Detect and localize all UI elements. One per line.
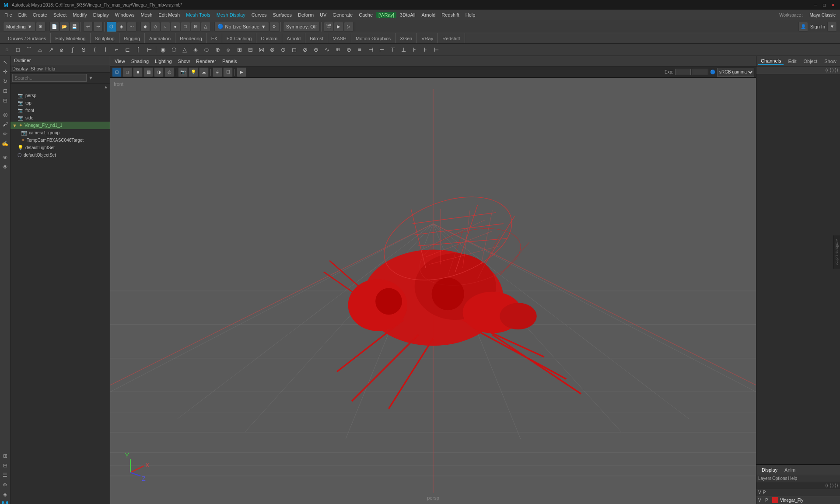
layer-next-btn[interactable]: ⟩⟩	[835, 483, 838, 488]
surface-tool-8[interactable]: ⊞	[234, 45, 245, 55]
menu-modify[interactable]: Modify	[70, 11, 89, 18]
curve-tool-1[interactable]: ○	[2, 45, 12, 55]
surface-tool-9[interactable]: ⊟	[245, 45, 256, 55]
tab-channels[interactable]: Channels	[758, 57, 784, 65]
close-btn[interactable]: ✕	[830, 1, 836, 8]
gamma-input[interactable]: 1.00	[693, 69, 708, 75]
menu-windows[interactable]: Windows	[112, 11, 137, 18]
tree-item-default-light[interactable]: 💡 defaultLightSet	[10, 144, 110, 151]
surface-tool-3[interactable]: △	[179, 45, 190, 55]
snap-edge-btn[interactable]: ⊟	[191, 22, 200, 32]
vp-wireframe-btn[interactable]: □	[122, 67, 132, 77]
curve-tool-11[interactable]: ⌐	[111, 45, 122, 55]
curve-tool-8[interactable]: S	[78, 45, 89, 55]
surface-tool-7[interactable]: ⌾	[223, 45, 234, 55]
tab-fx[interactable]: FX	[207, 33, 222, 43]
snap-live-btn[interactable]: ●	[171, 22, 180, 32]
tab-rigging[interactable]: Rigging	[119, 33, 145, 43]
vp-hud-btn[interactable]: ☐	[223, 67, 233, 77]
vp-solid-btn[interactable]: ■	[133, 67, 143, 77]
last-tool-btn[interactable]: ⊟	[1, 96, 10, 105]
tab-rendering[interactable]: Rendering	[175, 33, 207, 43]
curve-tool-6[interactable]: ⌀	[56, 45, 67, 55]
menu-vray[interactable]: [V-Ray]	[376, 12, 396, 18]
menu-create[interactable]: Create	[30, 11, 50, 18]
layer-prev-btn[interactable]: ⟨⟨	[825, 483, 829, 488]
vp-smooth-btn[interactable]: ◑	[154, 67, 164, 77]
tab-xgen[interactable]: XGen	[396, 33, 417, 43]
vp-menu-renderer[interactable]: Renderer	[193, 58, 219, 65]
curve-tool-3[interactable]: ⌒	[24, 45, 34, 55]
curve-tool-10[interactable]: ⌇	[100, 45, 111, 55]
snap-view-btn[interactable]: □	[181, 22, 190, 32]
surface-tool-10[interactable]: ⋈	[256, 45, 266, 55]
select-by-object-btn[interactable]: ◈	[117, 22, 126, 32]
layer-p-check[interactable]: P	[765, 498, 770, 503]
new-scene-btn[interactable]: 📄	[49, 22, 59, 32]
surface-tool-12[interactable]: ⊙	[278, 45, 288, 55]
vp-menu-view[interactable]: View	[112, 58, 128, 65]
save-scene-btn[interactable]: 💾	[70, 22, 79, 32]
outliner-search-input[interactable]	[12, 74, 87, 82]
tree-item-persp[interactable]: 📷 persp	[10, 92, 110, 99]
layer-v-check[interactable]: V	[758, 498, 763, 503]
surface-tool-4[interactable]: ◈	[190, 45, 201, 55]
snap-surface-btn[interactable]: ○	[161, 22, 170, 32]
tree-item-side[interactable]: 📷 side	[10, 114, 110, 122]
vp-isolate-btn[interactable]: ◎	[164, 67, 174, 77]
curve-tool-9[interactable]: ⟨	[89, 45, 100, 55]
live-surface-options-btn[interactable]: ⚙	[270, 22, 279, 32]
soft-select-btn[interactable]: ◎	[1, 110, 10, 119]
tree-item-front[interactable]: 📷 front	[10, 107, 110, 114]
menu-3dtoall[interactable]: 3DtoAll	[397, 11, 418, 18]
layer-back-btn[interactable]: ⟨	[830, 483, 831, 488]
surface-tool-2[interactable]: ⬡	[168, 45, 179, 55]
sign-in-label[interactable]: Sign In	[808, 24, 827, 29]
layer-tab-help[interactable]: Help	[788, 476, 797, 481]
tree-item-camera-group[interactable]: 📷 camera1_group	[10, 129, 110, 136]
workspace-value[interactable]: Maya Classic	[807, 12, 838, 18]
paint-btn[interactable]: 🖌	[1, 120, 10, 129]
tool-settings-btn[interactable]: ⚙	[1, 480, 10, 489]
menu-redshift[interactable]: Redshift	[439, 11, 462, 18]
vp-shadow-btn[interactable]: ☁	[199, 67, 209, 77]
snap-point-btn[interactable]: ◆	[140, 22, 150, 32]
vp-textured-btn[interactable]: ▩	[144, 67, 153, 77]
show-btn[interactable]: 👁	[1, 163, 10, 172]
tab-poly-modeling[interactable]: Poly Modeling	[51, 33, 90, 43]
surface-tool-20[interactable]: ⊣	[365, 45, 376, 55]
tab-bifrost[interactable]: Bifrost	[305, 33, 328, 43]
menu-help[interactable]: Help	[463, 11, 478, 18]
channel-icon-2[interactable]: ⟨	[830, 67, 831, 73]
surface-tool-13[interactable]: ◻	[289, 45, 299, 55]
surface-tool-16[interactable]: ∿	[322, 45, 332, 55]
snap-face-btn[interactable]: △	[201, 22, 210, 32]
tab-curves-surfaces[interactable]: Curves / Surfaces	[4, 33, 51, 43]
outliner-show-menu[interactable]: Show	[31, 66, 43, 71]
menu-file[interactable]: File	[2, 11, 15, 18]
surface-tool-21[interactable]: ⊢	[376, 45, 387, 55]
tree-item-vinegar-fly[interactable]: ▼ ✦ Vinegar_Fly_nd1_1	[10, 122, 110, 129]
scale-tool-btn[interactable]: ⊡	[1, 87, 10, 95]
surface-tool-25[interactable]: ⊧	[420, 45, 430, 55]
snap-grid-btn[interactable]: ⋯	[127, 22, 136, 32]
tree-item-top[interactable]: 📷 top	[10, 99, 110, 107]
channel-icon-4[interactable]: ⟩⟩	[835, 67, 838, 73]
menu-cache[interactable]: Cache	[356, 11, 375, 18]
tab-redshift[interactable]: Redshift	[438, 33, 465, 43]
live-surface-dropdown[interactable]: 🔵 No Live Surface ▼	[214, 22, 269, 32]
menu-mesh-display[interactable]: Mesh Display	[214, 11, 248, 18]
curve-tool-5[interactable]: ↗	[46, 45, 56, 55]
surface-tool-1[interactable]: ◉	[158, 45, 168, 55]
tab-custom[interactable]: Custom	[256, 33, 282, 43]
vp-menu-panels[interactable]: Panels	[220, 58, 240, 65]
select-tool-btn[interactable]: ↖	[1, 58, 10, 66]
tab-display[interactable]: Display	[758, 466, 781, 473]
minimize-btn[interactable]: ─	[812, 1, 819, 8]
open-scene-btn[interactable]: 📂	[60, 22, 69, 32]
menu-mesh[interactable]: Mesh	[138, 11, 155, 18]
gamma-dropdown[interactable]: sRGB gamma	[717, 68, 754, 77]
render-settings-btn[interactable]: 🎬	[324, 22, 333, 32]
curve-tool-4[interactable]: ⌓	[35, 45, 45, 55]
surface-tool-19[interactable]: ≡	[354, 45, 365, 55]
